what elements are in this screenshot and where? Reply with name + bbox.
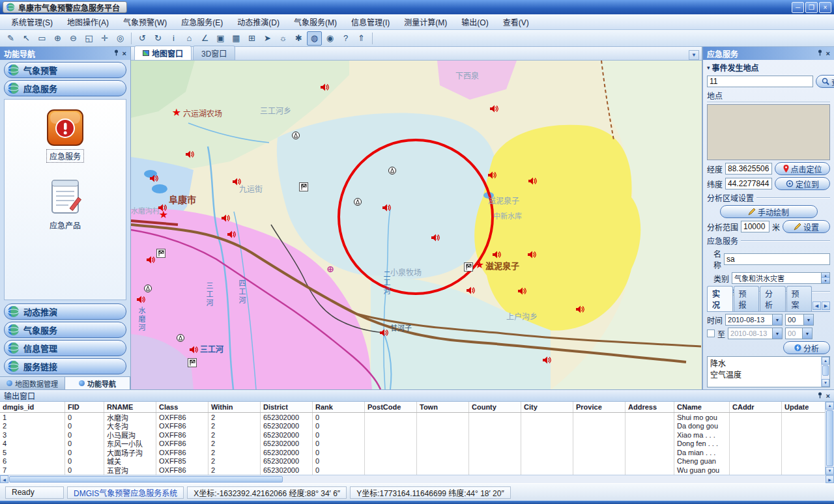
chevron-down-icon[interactable]: ▼	[802, 328, 812, 339]
toolbar-identify-icon[interactable]: i	[166, 31, 181, 46]
pin-icon[interactable]	[817, 49, 823, 57]
nav-button-应急服务[interactable]: 应急服务	[4, 80, 126, 96]
click-locate-button[interactable]: 点击定位	[775, 162, 830, 175]
flag-marker-icon[interactable]	[188, 358, 197, 367]
alarm-speaker-icon[interactable]	[149, 175, 158, 183]
table-row[interactable]: 60城关OXFF8526523020000Cheng guan	[0, 457, 825, 466]
column-header-PostCode[interactable]: PostCode	[365, 402, 417, 412]
service-name-input[interactable]	[724, 253, 830, 265]
tab-scroll-right-icon[interactable]: ▶	[822, 301, 830, 310]
toolbar-select-box-icon[interactable]: ▭	[35, 31, 50, 46]
scroll-left-icon[interactable]: ◀	[0, 475, 8, 483]
toolbar-full-extent-icon[interactable]: ◎	[113, 31, 128, 46]
flag-marker-icon[interactable]	[156, 249, 165, 258]
menu-item-气象服务(M)[interactable]: 气象服务(M)	[287, 14, 344, 29]
column-header-Within[interactable]: Within	[208, 402, 261, 412]
column-header-RNAME[interactable]: RNAME	[104, 402, 156, 412]
alarm-speaker-icon[interactable]	[517, 287, 526, 296]
star-marker-icon[interactable]: ★	[475, 260, 484, 270]
toolbar-measure-icon[interactable]: ∠	[197, 31, 212, 46]
latitude-input[interactable]	[725, 178, 772, 189]
scroll-thumb[interactable]	[9, 476, 283, 483]
manual-draw-button[interactable]: 手动绘制	[720, 205, 818, 218]
menu-item-输出(O)[interactable]: 输出(O)	[454, 14, 495, 29]
menu-item-动态推演(D)[interactable]: 动态推演(D)	[230, 14, 287, 29]
analysis-range-input[interactable]	[741, 221, 769, 232]
alarm-speaker-icon[interactable]	[232, 178, 241, 186]
column-header-Address[interactable]: Address	[626, 402, 674, 412]
weather-station-icon[interactable]	[292, 132, 300, 140]
service-list-item-空气温度[interactable]: 空气温度	[709, 369, 820, 380]
table-row[interactable]: 30小马厩沟OXFF8626523020000Xiao ma . . .	[0, 430, 825, 440]
table-row[interactable]: 50大面场子沟OXFF8626523020000Da mian . . .	[0, 448, 825, 457]
alarm-speaker-icon[interactable]	[221, 214, 230, 223]
weather-station-icon[interactable]	[354, 198, 362, 206]
alarm-speaker-icon[interactable]	[382, 204, 391, 212]
left-tab-地图数据管理[interactable]: 地图数据管理	[0, 377, 65, 389]
scroll-down-icon[interactable]: ▼	[822, 379, 829, 387]
table-row[interactable]: 40东风一小队OXFF8626523020000Dong fen . . .	[0, 440, 825, 449]
service-list-item-降水[interactable]: 降水	[709, 357, 820, 369]
alarm-speaker-icon[interactable]	[320, 83, 329, 92]
scroll-down-icon[interactable]: ▼	[826, 467, 834, 475]
alarm-speaker-icon[interactable]	[146, 256, 155, 264]
alarm-speaker-icon[interactable]	[528, 177, 537, 186]
chevron-down-icon[interactable]: ▼	[772, 328, 782, 339]
service-type-combo[interactable]: 气象和洪水灾害 ▲▼	[732, 272, 830, 284]
column-header-Provice[interactable]: Provice	[573, 402, 626, 412]
toolbar-image-overlay-icon[interactable]: ▣	[213, 31, 228, 46]
chevron-down-icon[interactable]: ▼	[772, 315, 782, 325]
menu-item-查看(V)[interactable]: 查看(V)	[496, 14, 536, 29]
to-checkbox[interactable]	[707, 329, 715, 337]
alarm-speaker-icon[interactable]	[489, 105, 498, 113]
alarm-speaker-icon[interactable]	[575, 305, 584, 314]
menu-item-测量计算(M)[interactable]: 测量计算(M)	[397, 14, 454, 29]
longitude-input[interactable]	[725, 163, 772, 175]
alarm-speaker-icon[interactable]	[227, 231, 236, 239]
toolbar-export-icon[interactable]: ⇑	[354, 31, 369, 46]
weather-station-icon[interactable]	[388, 167, 397, 175]
column-header-dmgis_id[interactable]: dmgis_id	[0, 402, 65, 412]
flag-marker-icon[interactable]	[464, 262, 473, 272]
place-list-box[interactable]	[707, 104, 830, 160]
column-header-Class[interactable]: Class	[156, 402, 208, 412]
table-row[interactable]: 70五官沟OXFF8626523020000Wu guan gou	[0, 466, 825, 475]
chevron-down-icon[interactable]: ▼	[803, 315, 813, 325]
star-marker-icon[interactable]: ★	[159, 210, 168, 220]
map-tab-3D窗口[interactable]: 3D窗口	[193, 46, 235, 60]
toolbar-eye-visibility-icon[interactable]: ◉	[323, 31, 338, 46]
nav-button-服务链接[interactable]: 服务链接	[4, 358, 126, 374]
close-panel-icon[interactable]: ×	[826, 392, 830, 400]
locate-to-button[interactable]: 定位到	[775, 177, 830, 190]
flag-marker-icon[interactable]	[299, 182, 308, 191]
menu-item-气象预警(W)[interactable]: 气象预警(W)	[116, 14, 174, 29]
alarm-speaker-icon[interactable]	[466, 287, 475, 295]
table-row[interactable]: 10水磨沟OXFF8626523020000Shui mo gou	[0, 413, 825, 422]
output-horizontal-scrollbar[interactable]: ◀ ▶	[0, 475, 834, 483]
tab-scroll-left-icon[interactable]: ◀	[812, 301, 821, 310]
left-tab-功能导航[interactable]: 功能导航	[65, 377, 130, 389]
close-panel-icon[interactable]: ×	[122, 49, 126, 57]
column-header-FID[interactable]: FID	[65, 402, 104, 412]
nav-button-气象预警[interactable]: 气象预警	[4, 62, 126, 78]
toolbar-zoom-in-icon[interactable]: ⊕	[50, 31, 65, 46]
service-tab-分析[interactable]: 分析	[760, 286, 786, 311]
menu-item-地图操作(A)[interactable]: 地图操作(A)	[60, 14, 116, 29]
alarm-speaker-icon[interactable]	[487, 171, 496, 180]
list-scrollbar[interactable]: ▲ ▼	[821, 357, 829, 387]
close-button[interactable]: ×	[819, 2, 831, 13]
column-header-County[interactable]: County	[469, 402, 521, 412]
weather-station-icon[interactable]	[177, 334, 185, 343]
alarm-speaker-icon[interactable]	[542, 356, 551, 365]
minimize-button[interactable]: ─	[792, 2, 804, 13]
shortcut-emergency-service[interactable]: 应急服务	[46, 109, 84, 162]
scroll-thumb[interactable]	[822, 365, 829, 376]
scroll-up-icon[interactable]: ▲	[822, 357, 829, 365]
column-header-Update[interactable]: Update	[782, 402, 825, 412]
toolbar-pan-hand-icon[interactable]: ✛	[97, 31, 112, 46]
poi-icon[interactable]: ⊕	[326, 264, 334, 273]
alarm-speaker-icon[interactable]	[189, 346, 198, 354]
alarm-speaker-icon[interactable]	[527, 251, 536, 259]
menu-item-系统管理(S)[interactable]: 系统管理(S)	[4, 14, 60, 29]
toolbar-print-icon[interactable]: ⊞	[244, 31, 259, 46]
